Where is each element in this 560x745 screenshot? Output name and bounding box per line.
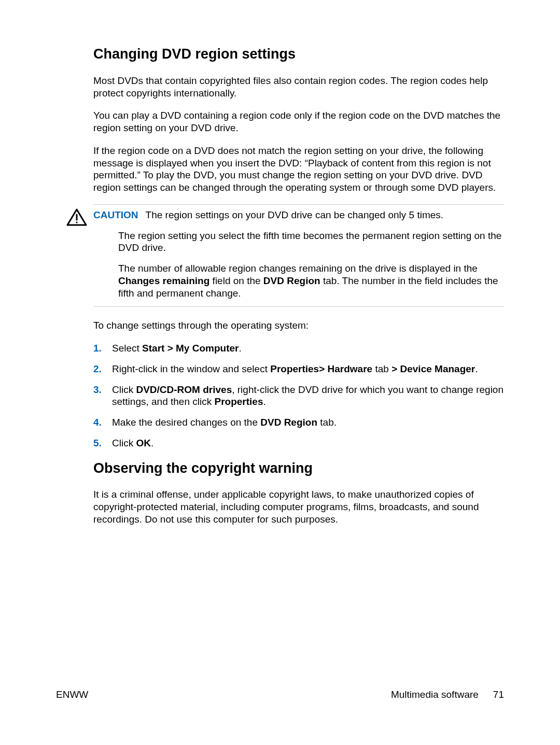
heading-changing-dvd-region: Changing DVD region settings <box>93 46 504 63</box>
footer-left: ENWW <box>56 688 88 701</box>
document-page: Changing DVD region settings Most DVDs t… <box>0 0 560 745</box>
body-paragraph: To change settings through the operating… <box>93 319 504 332</box>
caution-line-1: CAUTIONThe region settings on your DVD d… <box>118 209 504 221</box>
footer-right: Multimedia software 71 <box>391 688 504 701</box>
page-footer: ENWW Multimedia software 71 <box>56 688 504 701</box>
step-item: Click OK. <box>93 437 504 449</box>
body-paragraph: Most DVDs that contain copyrighted files… <box>93 75 504 100</box>
caution-box: CAUTIONThe region settings on your DVD d… <box>93 204 504 307</box>
footer-section-label: Multimedia software <box>391 688 479 701</box>
caution-paragraph: The region setting you select the fifth … <box>118 230 504 255</box>
numbered-steps: Select Start > My Computer. Right-click … <box>93 342 504 449</box>
body-paragraph: It is a criminal offense, under applicab… <box>93 488 504 525</box>
step-item: Select Start > My Computer. <box>93 342 504 355</box>
caution-triangle-icon <box>66 208 87 227</box>
page-number: 71 <box>493 688 504 701</box>
caution-paragraph: The number of allowable region changes r… <box>118 262 504 299</box>
body-paragraph: You can play a DVD containing a region c… <box>93 109 504 134</box>
heading-copyright-warning: Observing the copyright warning <box>93 460 504 477</box>
svg-point-2 <box>76 221 77 223</box>
body-paragraph: If the region code on a DVD does not mat… <box>93 145 504 194</box>
step-item: Click DVD/CD-ROM drives, right-click the… <box>93 384 504 409</box>
step-item: Make the desired changes on the DVD Regi… <box>93 416 504 429</box>
caution-label: CAUTION <box>93 209 146 220</box>
step-item: Right-click in the window and select Pro… <box>93 363 504 375</box>
caution-text: The region settings on your DVD drive ca… <box>146 209 444 220</box>
